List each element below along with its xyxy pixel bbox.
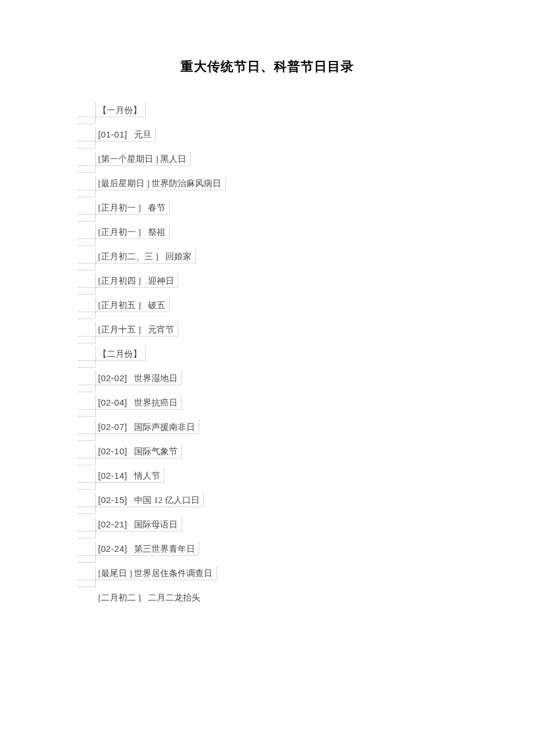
item-text: [正月初五 ]破五: [96, 298, 169, 312]
row-lead-cell: [78, 323, 96, 337]
item-text: [最尾日 ] 世界居住条件调查日: [96, 566, 217, 580]
list-item: [二月初二 ]二月二龙抬头: [78, 591, 456, 605]
row-spacer-cell: [78, 556, 96, 563]
item-text: [正月初四 ]迎神日: [96, 274, 178, 288]
row-spacer-cell: [78, 483, 96, 490]
row-lead-cell: [78, 420, 96, 434]
list-item: [正月初一 ]春节: [78, 201, 456, 222]
row-spacer-cell: [78, 312, 96, 319]
list-item: [02-14]情人节: [78, 469, 456, 490]
row-lead-cell: [78, 298, 96, 312]
row-spacer-cell: [78, 507, 96, 514]
item-text: [02-07]国际声援南非日: [96, 420, 199, 434]
row-lead-cell: [78, 128, 96, 142]
row-lead-cell: [78, 371, 96, 385]
row-spacer-cell: [78, 239, 96, 246]
item-text: [最后星期日 ] 世界防治麻风病日: [96, 176, 226, 190]
item-text: 【二月份】: [96, 347, 146, 361]
list-item: [02-07]国际声援南非日: [78, 420, 456, 441]
item-text: [02-14]情人节: [96, 469, 164, 483]
row-lead-cell: [78, 225, 96, 239]
list-item: [02-21]国际母语日: [78, 518, 456, 538]
row-spacer-cell: [78, 434, 96, 441]
row-lead-cell: [78, 542, 96, 556]
item-text: [01-01]元旦: [96, 128, 156, 142]
row-lead-cell: [78, 493, 96, 507]
row-lead-cell: [78, 518, 96, 531]
list-item: [正月初四 ]迎神日: [78, 274, 456, 295]
row-spacer-cell: [78, 166, 96, 173]
row-lead-cell: [78, 566, 96, 580]
list-item: [正月初二、三 ]回娘家: [78, 249, 456, 270]
row-spacer-cell: [78, 361, 96, 368]
item-text: [02-24]第三世界青年日: [96, 542, 199, 556]
item-text: [02-02]世界湿地日: [96, 371, 182, 385]
list-item: [第一个星期日 ] 黑人日: [78, 152, 456, 173]
list-item: [02-24]第三世界青年日: [78, 542, 456, 563]
page-title: 重大传统节日、科普节日目录: [78, 58, 456, 75]
row-lead-cell: [78, 347, 96, 361]
item-text: [02-10]国际气象节: [96, 444, 182, 458]
item-text: [正月初一 ]春节: [96, 201, 169, 215]
row-spacer-cell: [78, 263, 96, 270]
row-spacer-cell: [78, 337, 96, 343]
festival-list: 【一月份】[01-01]元旦[第一个星期日 ] 黑人日[最后星期日 ] 世界防治…: [78, 103, 456, 605]
row-lead-cell: [78, 444, 96, 458]
list-item: [正月十五 ]元宵节: [78, 323, 456, 343]
row-spacer-cell: [78, 142, 96, 149]
item-text: [第一个星期日 ] 黑人日: [96, 152, 191, 166]
list-item: [02-10]国际气象节: [78, 444, 456, 465]
item-text: [02-21]国际母语日: [96, 518, 182, 531]
row-spacer-cell: [78, 288, 96, 295]
list-item: [正月初五 ]破五: [78, 298, 456, 319]
list-item: [最尾日 ] 世界居住条件调查日: [78, 566, 456, 587]
list-item: [02-04]世界抗癌日: [78, 396, 456, 417]
row-spacer-cell: [78, 531, 96, 538]
row-lead-cell: [78, 249, 96, 263]
row-lead-cell: [78, 274, 96, 288]
row-spacer-cell: [78, 117, 96, 124]
row-spacer-cell: [78, 215, 96, 222]
list-item: 【一月份】: [78, 103, 456, 124]
row-spacer-cell: [78, 580, 96, 587]
item-text: [正月十五 ]元宵节: [96, 323, 178, 337]
item-text: [02-04]世界抗癌日: [96, 396, 182, 410]
item-text: [02-15]中国 12 亿人口日: [96, 493, 204, 507]
item-text: [正月初一 ]祭祖: [96, 225, 169, 239]
row-lead-cell: [78, 396, 96, 410]
item-text: [正月初二、三 ]回娘家: [96, 249, 196, 263]
list-item: [01-01]元旦: [78, 128, 456, 149]
item-text: 【一月份】: [96, 103, 146, 117]
row-spacer-cell: [78, 458, 96, 465]
row-spacer-cell: [78, 410, 96, 417]
list-item: [最后星期日 ] 世界防治麻风病日: [78, 176, 456, 197]
row-lead-cell: [78, 152, 96, 166]
row-lead-cell: [78, 201, 96, 215]
row-lead-cell: [78, 176, 96, 190]
row-spacer-cell: [78, 385, 96, 392]
row-lead-cell: [78, 103, 96, 117]
item-text: [二月初二 ]二月二龙抬头: [96, 592, 200, 603]
list-item: 【二月份】: [78, 347, 456, 368]
list-item: [正月初一 ]祭祖: [78, 225, 456, 246]
row-lead-cell: [78, 469, 96, 483]
list-item: [02-15]中国 12 亿人口日: [78, 493, 456, 514]
row-spacer-cell: [78, 190, 96, 197]
list-item: [02-02]世界湿地日: [78, 371, 456, 392]
